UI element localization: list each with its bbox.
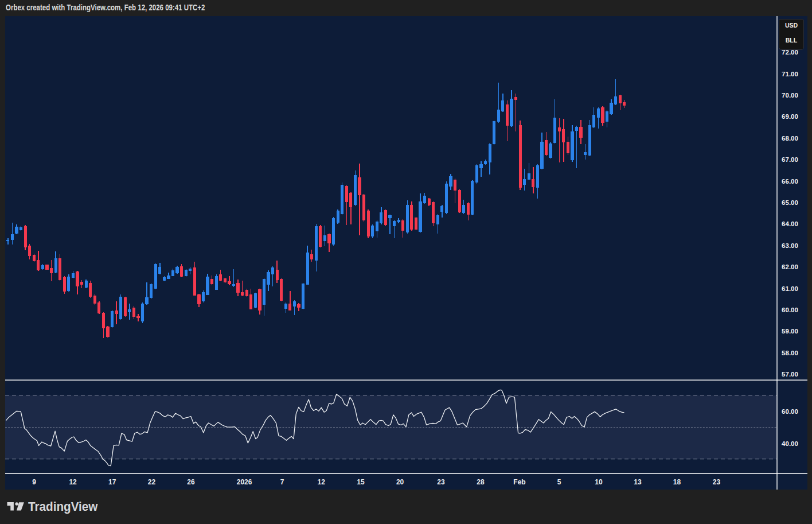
svg-text:12: 12: [318, 478, 326, 486]
svg-text:67.00: 67.00: [782, 156, 798, 163]
svg-text:28: 28: [477, 478, 485, 486]
svg-text:23: 23: [713, 478, 721, 486]
svg-text:70.00: 70.00: [782, 92, 798, 99]
svg-text:69.00: 69.00: [782, 113, 798, 120]
svg-text:59.00: 59.00: [782, 328, 798, 335]
svg-text:12: 12: [69, 478, 77, 486]
svg-text:22: 22: [148, 478, 156, 486]
svg-text:15: 15: [357, 478, 365, 486]
svg-text:17: 17: [108, 478, 116, 486]
svg-text:26: 26: [187, 478, 195, 486]
svg-text:62.00: 62.00: [782, 263, 798, 270]
svg-text:18: 18: [673, 478, 681, 486]
svg-text:68.00: 68.00: [782, 134, 798, 141]
svg-text:BLL: BLL: [786, 37, 798, 44]
svg-text:66.00: 66.00: [782, 177, 798, 184]
svg-text:23: 23: [437, 478, 445, 486]
svg-text:71.00: 71.00: [782, 70, 798, 77]
svg-text:40.00: 40.00: [782, 440, 798, 447]
svg-text:60.00: 60.00: [782, 407, 798, 414]
svg-text:63.00: 63.00: [782, 242, 798, 249]
svg-text:13: 13: [634, 478, 642, 486]
svg-text:7: 7: [280, 478, 284, 486]
svg-text:USD: USD: [785, 21, 798, 28]
svg-text:5: 5: [557, 478, 561, 486]
svg-text:57.00: 57.00: [782, 371, 798, 378]
svg-text:58.00: 58.00: [782, 349, 798, 356]
svg-text:2026: 2026: [237, 478, 252, 486]
svg-text:Feb: Feb: [513, 478, 525, 486]
svg-text:9: 9: [32, 478, 36, 486]
svg-text:60.00: 60.00: [782, 306, 798, 313]
svg-text:10: 10: [595, 478, 603, 486]
svg-text:61.00: 61.00: [782, 285, 798, 292]
svg-text:64.00: 64.00: [782, 220, 798, 227]
svg-text:20: 20: [396, 478, 404, 486]
svg-text:65.00: 65.00: [782, 199, 798, 206]
